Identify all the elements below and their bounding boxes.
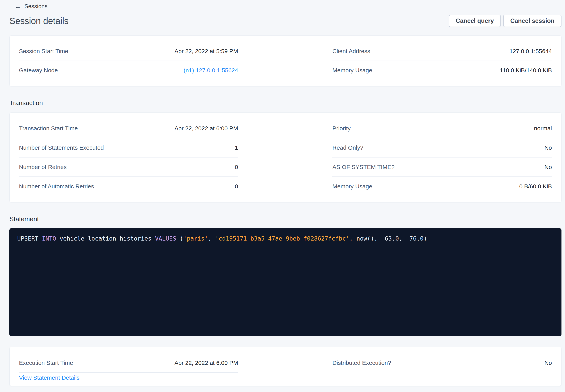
row-label: AS OF SYSTEM TIME? <box>332 164 395 170</box>
transaction-start-time-row: Transaction Start Time Apr 22, 2022 at 6… <box>19 119 238 138</box>
back-arrow-icon: ← <box>15 3 21 10</box>
row-value: 0 <box>235 183 238 190</box>
sql-token-keyword: INTO <box>42 235 56 242</box>
sql-token-plain: , now(), -63.0, -76.0) <box>349 235 427 242</box>
row-value: 127.0.0.1:55644 <box>509 48 552 55</box>
gateway-node-link[interactable]: (n1) 127.0.0.1:55624 <box>183 67 238 74</box>
session-memory-usage-row: Memory Usage 110.0 KiB/140.0 KiB <box>332 61 552 80</box>
row-label: Execution Start Time <box>19 360 73 366</box>
row-label: Priority <box>332 125 351 132</box>
row-label: Session Start Time <box>19 48 68 55</box>
session-details-page: ← Sessions Session details Cancel query … <box>0 3 565 392</box>
row-label: Transaction Start Time <box>19 125 78 132</box>
row-value: 0 <box>235 164 238 170</box>
breadcrumb-back-to-sessions[interactable]: ← Sessions <box>15 3 47 10</box>
gateway-node-row: Gateway Node (n1) 127.0.0.1:55624 <box>19 61 238 80</box>
distributed-execution-row: Distributed Execution? No <box>332 353 552 372</box>
row-label: Number of Automatic Retries <box>19 183 94 190</box>
sql-statement-box: UPSERT INTO vehicle_location_histories V… <box>9 228 562 336</box>
execution-start-time-row: Execution Start Time Apr 22, 2022 at 6:0… <box>19 353 238 372</box>
cancel-query-button[interactable]: Cancel query <box>449 15 501 27</box>
priority-row: Priority normal <box>332 119 552 138</box>
row-label: Memory Usage <box>332 183 372 190</box>
row-value: No <box>544 360 552 366</box>
sql-token-plain: ( <box>176 235 183 242</box>
execution-summary-card: Execution Start Time Apr 22, 2022 at 6:0… <box>9 347 562 386</box>
sql-token-string: 'paris' <box>183 235 208 242</box>
row-value: 0 B/60.0 KiB <box>519 183 552 190</box>
row-label: Distributed Execution? <box>332 360 391 366</box>
row-value: normal <box>534 125 552 132</box>
header-actions: Cancel query Cancel session <box>449 15 562 27</box>
session-card-left-column: Session Start Time Apr 22, 2022 at 5:59 … <box>19 42 238 80</box>
read-only-row: Read Only? No <box>332 138 552 157</box>
sql-code: UPSERT INTO vehicle_location_histories V… <box>17 235 427 242</box>
sql-token-plain: , <box>208 235 215 242</box>
row-value: 110.0 KiB/140.0 KiB <box>500 67 552 74</box>
row-value: No <box>544 144 552 151</box>
execution-card-right-column: Distributed Execution? No <box>332 353 552 382</box>
row-label: Gateway Node <box>19 67 58 74</box>
transaction-card-right-column: Priority normal Read Only? No AS OF SYST… <box>332 119 552 196</box>
session-summary-card: Session Start Time Apr 22, 2022 at 5:59 … <box>9 35 562 86</box>
transaction-card-left-column: Transaction Start Time Apr 22, 2022 at 6… <box>19 119 238 196</box>
transaction-summary-card: Transaction Start Time Apr 22, 2022 at 6… <box>9 112 562 202</box>
execution-card-left-column: Execution Start Time Apr 22, 2022 at 6:0… <box>19 353 238 382</box>
row-value: Apr 22, 2022 at 5:59 PM <box>175 48 238 55</box>
automatic-retries-row: Number of Automatic Retries 0 <box>19 177 238 196</box>
sql-token-keyword: VALUES <box>155 235 176 242</box>
client-address-row: Client Address 127.0.0.1:55644 <box>332 42 552 61</box>
retries-row: Number of Retries 0 <box>19 157 238 176</box>
view-statement-details-link[interactable]: View Statement Details <box>19 374 80 382</box>
breadcrumb-label: Sessions <box>24 3 47 10</box>
row-label: Number of Retries <box>19 164 67 170</box>
session-card-right-column: Client Address 127.0.0.1:55644 Memory Us… <box>332 42 552 80</box>
row-label: Memory Usage <box>332 67 372 74</box>
statements-executed-row: Number of Statements Executed 1 <box>19 138 238 157</box>
transaction-section-title: Transaction <box>9 99 562 107</box>
row-label: Client Address <box>332 48 370 55</box>
session-start-time-row: Session Start Time Apr 22, 2022 at 5:59 … <box>19 42 238 61</box>
divider <box>19 372 238 373</box>
row-label: Number of Statements Executed <box>19 144 104 151</box>
as-of-system-time-row: AS OF SYSTEM TIME? No <box>332 157 552 176</box>
sql-token-plain: UPSERT <box>17 235 42 242</box>
page-title: Session details <box>9 16 68 26</box>
page-header: Session details Cancel query Cancel sess… <box>9 15 562 27</box>
row-value: Apr 22, 2022 at 6:00 PM <box>175 360 238 366</box>
row-value: Apr 22, 2022 at 6:00 PM <box>175 125 238 132</box>
sql-token-plain: vehicle_location_histories <box>56 235 155 242</box>
row-value: No <box>544 164 552 170</box>
cancel-session-button[interactable]: Cancel session <box>503 15 562 27</box>
sql-token-string: 'cd195171-b3a5-47ae-9beb-f028627fcfbc' <box>215 235 349 242</box>
transaction-memory-usage-row: Memory Usage 0 B/60.0 KiB <box>332 177 552 196</box>
row-value: 1 <box>235 144 238 151</box>
row-label: Read Only? <box>332 144 363 151</box>
statement-section-title: Statement <box>9 215 562 223</box>
